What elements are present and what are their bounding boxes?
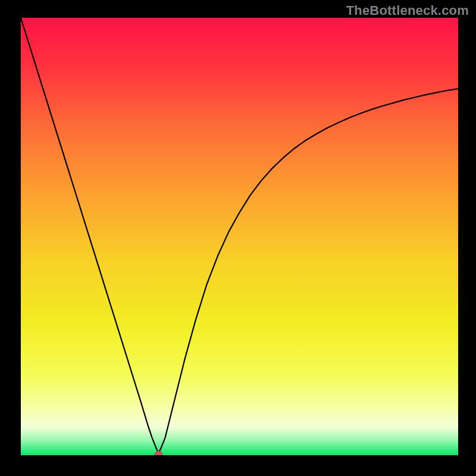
plot-area	[21, 18, 458, 455]
watermark-text: TheBottleneck.com	[346, 3, 469, 18]
chart-frame: TheBottleneck.com	[0, 0, 476, 476]
gradient-background	[21, 18, 458, 455]
chart-svg	[21, 18, 458, 455]
